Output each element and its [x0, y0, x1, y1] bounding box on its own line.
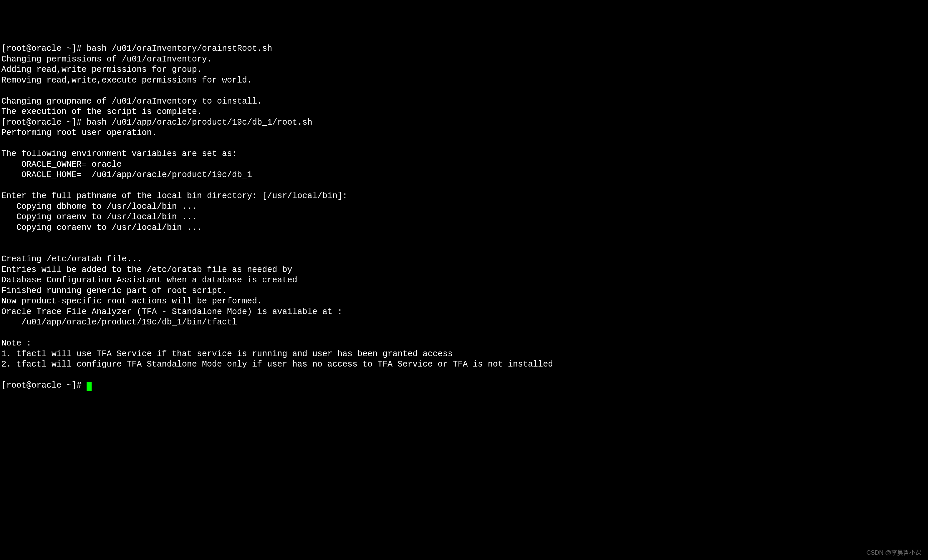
terminal-line: The following environment variables are … [2, 149, 926, 159]
terminal-line: Copying dbhome to /usr/local/bin ... [2, 201, 926, 212]
terminal-line: Performing root user operation. [2, 128, 926, 138]
terminal-line: Copying coraenv to /usr/local/bin ... [2, 222, 926, 233]
terminal-line: 1. tfactl will use TFA Service if that s… [2, 349, 926, 359]
watermark-text: CSDN @李昊哲小课 [867, 549, 921, 557]
terminal-line: Adding read,write permissions for group. [2, 64, 926, 75]
terminal-line [2, 138, 926, 149]
terminal-line [2, 328, 926, 338]
terminal-line: The execution of the script is complete. [2, 107, 926, 117]
terminal-line: Copying oraenv to /usr/local/bin ... [2, 212, 926, 222]
terminal-line [2, 243, 926, 254]
terminal-line: 2. tfactl will configure TFA Standalone … [2, 359, 926, 370]
terminal-line: Now product-specific root actions will b… [2, 296, 926, 307]
terminal-line: ORACLE_OWNER= oracle [2, 159, 926, 170]
terminal-line [2, 180, 926, 191]
terminal-line: Oracle Trace File Analyzer (TFA - Standa… [2, 307, 926, 317]
terminal-line: Changing permissions of /u01/oraInventor… [2, 54, 926, 65]
terminal-line [2, 370, 926, 380]
terminal-line: /u01/app/oracle/product/19c/db_1/bin/tfa… [2, 317, 926, 328]
terminal-line: Database Configuration Assistant when a … [2, 275, 926, 286]
terminal-line: Enter the full pathname of the local bin… [2, 191, 926, 201]
terminal-line: ORACLE_HOME= /u01/app/oracle/product/19c… [2, 170, 926, 180]
terminal-line [2, 233, 926, 243]
terminal-line: [root@oracle ~]# bash /u01/app/oracle/pr… [2, 117, 926, 128]
terminal-output[interactable]: [root@oracle ~]# bash /u01/oraInventory/… [2, 43, 926, 391]
cursor-icon [87, 382, 92, 391]
terminal-line: Entries will be added to the /etc/oratab… [2, 265, 926, 275]
terminal-line: Removing read,write,execute permissions … [2, 75, 926, 86]
terminal-line: Changing groupname of /u01/oraInventory … [2, 96, 926, 107]
terminal-prompt: [root@oracle ~]# [2, 380, 87, 390]
terminal-line: Creating /etc/oratab file... [2, 254, 926, 265]
terminal-line: Note : [2, 338, 926, 349]
terminal-line: [root@oracle ~]# bash /u01/oraInventory/… [2, 43, 926, 54]
terminal-line: Finished running generic part of root sc… [2, 286, 926, 297]
terminal-prompt-line[interactable]: [root@oracle ~]# [2, 380, 926, 391]
terminal-line [2, 85, 926, 96]
